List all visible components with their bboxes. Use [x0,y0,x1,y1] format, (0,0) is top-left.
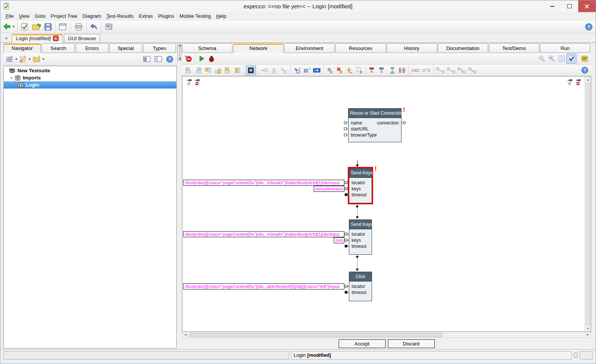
scroll-left-icon[interactable]: ◄ [182,332,188,338]
input-pin[interactable] [344,134,347,136]
scroll-right-icon[interactable]: ► [585,332,591,338]
log-view-button[interactable] [580,54,590,64]
menu-plugins[interactable]: Plugins [156,13,177,19]
value-locator-xpath[interactable]: //body/div[@class="pageContentDiv"]/div.… [183,283,344,289]
remove-output-connector-icon[interactable] [575,79,581,86]
maximize-button[interactable] [561,0,578,12]
line-style-ortho-button[interactable] [456,65,467,75]
zoom-in-button[interactable] [547,54,557,64]
tab-close-icon[interactable]: x [53,36,59,41]
horizontal-scroll-thumb[interactable] [189,333,442,337]
expander-icon[interactable] [11,76,13,79]
menu-extras[interactable]: Extras [136,13,156,19]
back-button[interactable]: ▼ [2,21,16,33]
tab-environment[interactable]: Environment [284,44,335,53]
tab-navigator[interactable]: Navigator [3,44,41,53]
tree-item-testsuite[interactable]: New Testsuite [4,67,176,74]
tab-network[interactable]: Network [233,44,283,53]
insert-after-button[interactable] [279,65,289,75]
new-block-button[interactable]: ▼ [5,53,18,65]
block-send-keys-1[interactable]: Send Keys locator keys timeout [349,168,372,203]
scroll-down-icon[interactable]: ▼ [585,325,591,331]
new-folder-button[interactable]: ▼ [31,53,45,65]
vertical-scroll-thumb[interactable] [586,82,590,325]
add-output-connector-icon[interactable] [567,79,573,86]
zoom-out-button[interactable] [537,54,547,64]
delete-download-button[interactable] [335,65,345,75]
undo-button[interactable] [88,21,100,33]
block-send-keys-2[interactable]: Send Keys locator keys timeout [349,219,372,255]
tab-gui-browser[interactable]: GUI Browser [64,34,100,42]
save-button[interactable] [42,21,54,33]
tab-resources[interactable]: Resources [335,44,386,53]
align-top-button[interactable] [203,65,213,75]
value-locator-xpath[interactable]: //body/div[@class="pageContentDiv"]/div.… [183,180,344,186]
pin-value-bottom-button[interactable] [378,65,387,75]
close-button[interactable] [578,0,596,12]
new-list-dropdown-icon[interactable]: ▼ [28,58,30,61]
insert-new-block-button[interactable] [246,65,256,75]
insert-download-button[interactable] [269,65,279,75]
disconnect-button[interactable] [411,65,421,75]
tab-run[interactable]: Run [540,44,590,53]
tree-item-login[interactable]: Login [4,81,176,89]
tree-item-imports[interactable]: Imports [4,74,176,81]
tab-errors[interactable]: Errors [76,44,109,53]
vertical-space-button[interactable] [387,65,397,75]
remove-breakpoints-button[interactable] [184,54,193,64]
line-style-spline-button[interactable] [446,65,456,75]
value-keys[interactable]: mmustermann [314,186,344,192]
scroll-up-icon[interactable]: ▲ [585,76,591,82]
align-bottom-button[interactable] [213,65,223,75]
align-hcenter-button[interactable] [223,65,233,75]
settings-download-button[interactable] [325,65,335,75]
tab-documentation[interactable]: Documentation [438,44,488,53]
align-left-button[interactable] [184,65,193,75]
input-pin[interactable] [344,121,347,124]
line-style-step-button[interactable] [467,65,478,75]
value-locator-xpath[interactable]: //body/div[@class="pageContentDiv"]/div.… [183,231,344,237]
insert-inline-button[interactable] [312,65,322,75]
pin-value-top-button[interactable] [368,65,378,75]
insert-before-button[interactable] [259,65,269,75]
settings-tool-button[interactable] [103,21,115,33]
new-window-button[interactable] [57,21,69,33]
block-click[interactable]: Click locator timeout [349,272,372,301]
snap-to-grid-button[interactable] [566,54,576,64]
help-button[interactable]: ? [583,21,594,33]
run-button[interactable] [197,54,207,64]
new-block-dropdown-icon[interactable]: ▼ [15,58,17,61]
layout-split-button[interactable] [153,53,164,65]
splitter-collapse-handle[interactable] [177,44,181,61]
debug-button[interactable] [207,54,216,64]
menu-help[interactable]: Help [213,13,229,19]
align-vcenter-button[interactable] [233,65,243,75]
menu-goto[interactable]: Goto [32,13,48,19]
tab-testdemo[interactable]: Test/Demo [489,44,539,53]
value-keys[interactable]: mm [334,237,344,243]
input-pin[interactable] [345,245,347,247]
input-pin[interactable] [345,193,347,196]
navigator-help-button[interactable]: ? [164,53,175,65]
quick-action-button[interactable] [345,65,355,75]
network-help-button[interactable]: ? [580,65,590,75]
new-folder-dropdown-icon[interactable]: ▼ [42,58,44,61]
block-reuse-or-start-connection[interactable]: Reuse or Start Connection name connectio… [348,108,401,142]
align-right-button[interactable] [193,65,203,75]
tab-schema[interactable]: Schema [182,44,232,53]
input-pin[interactable] [344,128,347,130]
remove-input-connector-icon[interactable] [194,79,200,86]
menu-mobile-testing[interactable]: Mobile Testing [177,13,213,19]
add-output-pin-button[interactable]: + [302,65,312,75]
open-file-button[interactable] [30,21,42,33]
canvas-horizontal-scrollbar[interactable]: ◄ ► [182,332,591,338]
menu-file[interactable]: File [3,13,16,19]
horizontal-space-button[interactable] [397,65,407,75]
output-pin[interactable] [403,121,406,124]
accept-button[interactable]: Accept [339,339,386,348]
add-input-connector-icon[interactable] [186,79,192,86]
line-style-straight-button[interactable] [435,65,446,75]
add-input-pin-button[interactable]: + [292,65,302,75]
new-list-button[interactable]: ▼ [18,53,31,65]
print-button[interactable] [73,21,85,33]
